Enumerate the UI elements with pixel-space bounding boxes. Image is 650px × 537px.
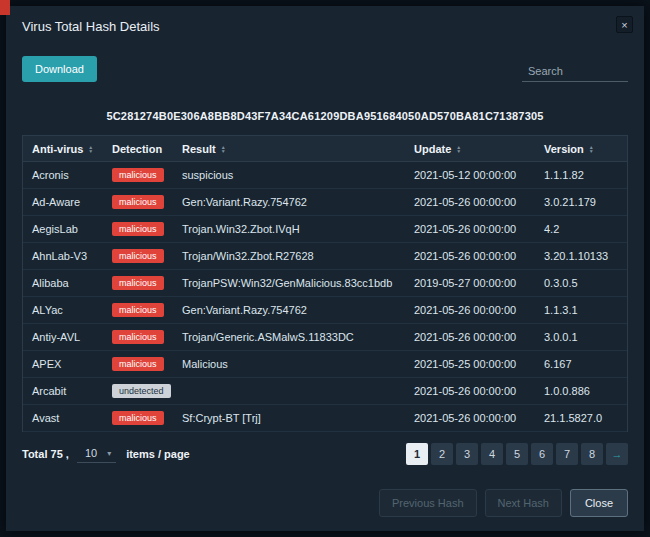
sort-icon[interactable]: ▲▼: [589, 145, 594, 153]
update-cell: 2021-05-26 00:00:00: [405, 196, 535, 208]
update-cell: 2021-05-26 00:00:00: [405, 304, 535, 316]
modal-actions: Previous Hash Next Hash Close: [6, 489, 644, 531]
column-label: Version: [544, 143, 584, 155]
antivirus-cell: Arcabit: [23, 385, 103, 397]
result-cell: Gen:Variant.Razy.754762: [173, 304, 405, 316]
next-page-button[interactable]: →: [606, 443, 628, 465]
table-row: AegisLabmaliciousTrojan.Win32.Zbot.IVqH2…: [23, 216, 627, 243]
version-cell: 3.0.0.1: [535, 331, 627, 343]
detection-badge: malicious: [112, 168, 164, 182]
toolbar: Download: [22, 56, 628, 82]
sort-down-arrow: ▼: [221, 149, 226, 153]
detection-badge: malicious: [112, 222, 164, 236]
table-row: AhnLab-V3maliciousTrojan/Win32.Zbot.R276…: [23, 243, 627, 270]
version-cell: 3.0.21.179: [535, 196, 627, 208]
antivirus-cell: AhnLab-V3: [23, 250, 103, 262]
table-row: AvastmaliciousSf:Crypt-BT [Trj]2021-05-2…: [23, 405, 627, 432]
chevron-down-icon: ▾: [107, 449, 111, 458]
page-button-8[interactable]: 8: [581, 443, 603, 465]
table-row: ALYacmaliciousGen:Variant.Razy.754762202…: [23, 297, 627, 324]
detection-badge: undetected: [112, 384, 171, 398]
detection-cell: malicious: [103, 303, 173, 317]
page-button-3[interactable]: 3: [456, 443, 478, 465]
column-header-version[interactable]: Version▲▼: [535, 143, 627, 155]
antivirus-cell: Avast: [23, 412, 103, 424]
table-row: Acronismalicioussuspicious2021-05-12 00:…: [23, 162, 627, 189]
antivirus-cell: Antiy-AVL: [23, 331, 103, 343]
page-button-5[interactable]: 5: [506, 443, 528, 465]
result-cell: Trojan.Win32.Zbot.IVqH: [173, 223, 405, 235]
detection-cell: malicious: [103, 195, 173, 209]
close-icon[interactable]: ×: [616, 16, 633, 33]
sort-icon[interactable]: ▲▼: [456, 145, 461, 153]
detection-badge: malicious: [112, 411, 164, 425]
antivirus-cell: Alibaba: [23, 277, 103, 289]
version-cell: 4.2: [535, 223, 627, 235]
result-cell: suspicious: [173, 169, 405, 181]
page-button-6[interactable]: 6: [531, 443, 553, 465]
page-button-4[interactable]: 4: [481, 443, 503, 465]
detection-badge: malicious: [112, 276, 164, 290]
result-cell: Trojan/Win32.Zbot.R27628: [173, 250, 405, 262]
result-cell: Sf:Crypt-BT [Trj]: [173, 412, 405, 424]
antivirus-cell: ALYac: [23, 304, 103, 316]
version-cell: 1.1.1.82: [535, 169, 627, 181]
table-row: Ad-AwaremaliciousGen:Variant.Razy.754762…: [23, 189, 627, 216]
previous-hash-button[interactable]: Previous Hash: [379, 489, 477, 517]
detection-cell: malicious: [103, 249, 173, 263]
page-button-1[interactable]: 1: [406, 443, 428, 465]
column-header-update[interactable]: Update▲▼: [405, 143, 535, 155]
virus-total-hash-details-modal: Virus Total Hash Details × Download 5C28…: [6, 6, 644, 531]
result-cell: Malicious: [173, 358, 405, 370]
page-size-select[interactable]: 10 ▾: [77, 445, 116, 463]
pagination: 12345678→: [406, 443, 628, 465]
page-button-2[interactable]: 2: [431, 443, 453, 465]
search-input[interactable]: [522, 61, 628, 82]
update-cell: 2021-05-26 00:00:00: [405, 250, 535, 262]
antivirus-cell: Ad-Aware: [23, 196, 103, 208]
modal-header: Virus Total Hash Details: [6, 6, 644, 34]
page-size-value: 10: [85, 447, 97, 459]
version-cell: 21.1.5827.0: [535, 412, 627, 424]
detection-badge: malicious: [112, 249, 164, 263]
modal-title: Virus Total Hash Details: [22, 19, 160, 34]
result-cell: TrojanPSW:Win32/GenMalicious.83cc1bdb: [173, 277, 405, 289]
update-cell: 2019-05-27 00:00:00: [405, 277, 535, 289]
detection-badge: malicious: [112, 303, 164, 317]
detection-cell: malicious: [103, 357, 173, 371]
table-header-row: Anti-virus▲▼DetectionResult▲▼Update▲▼Ver…: [23, 136, 627, 162]
background-accent-marker: [0, 0, 10, 15]
table-body: Acronismalicioussuspicious2021-05-12 00:…: [23, 162, 627, 432]
detection-cell: malicious: [103, 330, 173, 344]
close-button[interactable]: Close: [570, 489, 628, 517]
update-cell: 2021-05-12 00:00:00: [405, 169, 535, 181]
detection-cell: malicious: [103, 276, 173, 290]
update-cell: 2021-05-25 00:00:00: [405, 358, 535, 370]
version-cell: 3.20.1.10133: [535, 250, 627, 262]
version-cell: 0.3.0.5: [535, 277, 627, 289]
table-row: AlibabamaliciousTrojanPSW:Win32/GenMalic…: [23, 270, 627, 297]
total-count-label: Total 75 ,: [22, 448, 69, 460]
page-button-7[interactable]: 7: [556, 443, 578, 465]
sort-icon[interactable]: ▲▼: [88, 145, 93, 153]
column-header-result[interactable]: Result▲▼: [173, 143, 405, 155]
antivirus-results-table: Anti-virus▲▼DetectionResult▲▼Update▲▼Ver…: [22, 135, 628, 432]
sort-down-arrow: ▼: [456, 149, 461, 153]
sort-icon[interactable]: ▲▼: [221, 145, 226, 153]
download-button[interactable]: Download: [22, 56, 97, 82]
antivirus-cell: AegisLab: [23, 223, 103, 235]
detection-cell: malicious: [103, 411, 173, 425]
version-cell: 1.1.3.1: [535, 304, 627, 316]
column-label: Result: [182, 143, 216, 155]
antivirus-cell: APEX: [23, 358, 103, 370]
sort-down-arrow: ▼: [88, 149, 93, 153]
column-label: Anti-virus: [32, 143, 83, 155]
detection-badge: malicious: [112, 195, 164, 209]
next-hash-button[interactable]: Next Hash: [485, 489, 562, 517]
table-footer: Total 75 , 10 ▾ items / page 12345678→: [22, 443, 628, 465]
column-label: Detection: [112, 143, 162, 155]
result-cell: Gen:Variant.Razy.754762: [173, 196, 405, 208]
sort-down-arrow: ▼: [589, 149, 594, 153]
column-header-anti-virus[interactable]: Anti-virus▲▼: [23, 143, 103, 155]
table-row: Arcabitundetected2021-05-26 00:00:001.0.…: [23, 378, 627, 405]
